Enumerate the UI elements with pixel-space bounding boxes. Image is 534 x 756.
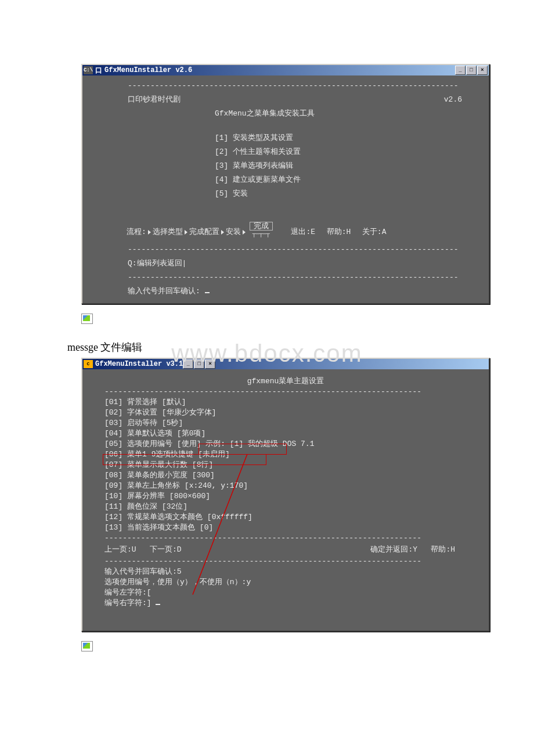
setting-item-13[interactable]: [13] 当前选择项文本颜色 [0] [104, 523, 478, 533]
subtitle: GfxMenu之菜单集成安装工具 [93, 107, 478, 121]
complete-box: 完成 [250, 222, 273, 231]
prompt-right-char[interactable]: 编号右字符:] [104, 598, 478, 609]
minimize-button[interactable]: _ [455, 66, 466, 75]
brand-text: 口印钞君时代剧 [128, 93, 181, 107]
titlebar-1[interactable]: C:\ 口 GfxMenuInstaller v2.6 _ □ × [82, 65, 489, 75]
chevron-right-icon [221, 230, 224, 235]
back-hint: Q:编辑列表返回| [93, 257, 478, 271]
window-gfx-v31: C GfxMenuInstaller v3.1 _ □ × ▲ ▼ gfxmen… [81, 358, 490, 632]
setting-item-02[interactable]: [02] 字体设置 [华康少女字体] [104, 408, 478, 418]
terminal-body-1: ----------------------------------------… [82, 75, 489, 303]
divider: ----------------------------------------… [93, 533, 478, 543]
menu-item-4[interactable]: [4] 建立或更新菜单文件 [93, 173, 478, 187]
close-button[interactable]: × [477, 66, 488, 75]
maximize-button[interactable]: □ [194, 359, 204, 369]
setting-item-04[interactable]: [04] 菜单默认选项 [第0项] [104, 429, 478, 439]
menu-item-2[interactable]: [2] 个性主题等相关设置 [93, 145, 478, 159]
cmd-icon: C:\ [84, 66, 93, 74]
image-placeholder-icon [81, 641, 93, 651]
prompt-left-char[interactable]: 编号左字符:[ [104, 588, 478, 598]
divider: ----------------------------------------… [93, 79, 478, 93]
heading-2: gfxmenu菜单主题设置 [93, 376, 478, 387]
minimize-button[interactable]: _ [183, 359, 193, 369]
setting-item-12[interactable]: [12] 常规菜单选项文本颜色 [0xffffff] [104, 512, 478, 523]
cursor-icon [156, 604, 160, 605]
window-gfx-v26: C:\ 口 GfxMenuInstaller v2.6 _ □ × ▲ ▼ --… [81, 64, 490, 304]
prompt-use-number[interactable]: 选项使用编号，使用（y），不使用（n）:y [104, 577, 478, 588]
setting-item-11[interactable]: [11] 颜色位深 [32位] [104, 502, 478, 512]
version-text: v2.6 [444, 93, 462, 107]
help-hint: 帮助:H [327, 225, 351, 239]
divider: ----------------------------------------… [93, 243, 478, 257]
annotation-box-2 [103, 454, 266, 465]
menu-item-1[interactable]: [1] 安装类型及其设置 [93, 131, 478, 145]
divider: ----------------------------------------… [93, 387, 478, 397]
maximize-button[interactable]: □ [466, 66, 477, 75]
annotation-box-1 [199, 444, 287, 455]
setting-item-01[interactable]: [01] 背景选择 [默认] [104, 397, 478, 408]
next-page-hint: 下一页:D [150, 545, 182, 554]
help-hint: 帮助:H [431, 545, 455, 554]
sandbox-icon: 口 [95, 66, 102, 75]
chevron-right-icon [148, 230, 151, 235]
titlebar-2[interactable]: C GfxMenuInstaller v3.1 _ □ × [82, 359, 489, 369]
prompt-input-code[interactable]: 输入代号并回车确认:5 [104, 567, 478, 577]
setting-item-10[interactable]: [10] 屏幕分辨率 [800×600] [104, 491, 478, 502]
close-button[interactable]: × [205, 359, 215, 369]
app-icon: C [84, 360, 93, 368]
chevron-right-icon [243, 230, 246, 235]
menu-item-5[interactable]: [5] 安装 [93, 187, 478, 201]
setting-item-03[interactable]: [03] 启动等待 [5秒] [104, 418, 478, 429]
setting-item-05[interactable]: [05] 选项使用编号 [使用] 示例: [1] 我的超级 DOS 7.1 [104, 439, 478, 449]
menu-item-3[interactable]: [3] 菜单选项列表编辑 [93, 159, 478, 173]
section-heading: messge 文件编辑 [67, 340, 534, 354]
prev-page-hint: 上一页:U [104, 545, 136, 554]
confirm-hint: 确定并返回:Y [370, 545, 417, 554]
cursor-icon [205, 292, 210, 293]
setting-item-09[interactable]: [09] 菜单左上角坐标 [x:240, y:170] [104, 481, 478, 491]
about-hint: 关于:A [362, 225, 387, 239]
window-title-2: GfxMenuInstaller v3.1 [95, 360, 183, 368]
chevron-right-icon [185, 230, 187, 235]
image-placeholder-icon [81, 314, 93, 324]
divider: ----------------------------------------… [93, 271, 478, 285]
setting-item-08[interactable]: [08] 菜单条的最小宽度 [300] [104, 470, 478, 481]
window-title-1: GfxMenuInstaller v2.6 [104, 66, 455, 74]
flow-row: 流程: 选择类型 完成配置 安装 完成 ┬─┬─┬ 退出:E 帮助:H 关于:A [93, 222, 478, 243]
input-prompt[interactable]: 输入代号并回车确认: [93, 285, 478, 298]
exit-hint: 退出:E [291, 225, 315, 239]
divider: ----------------------------------------… [93, 556, 478, 567]
terminal-body-2: gfxmenu菜单主题设置 --------------------------… [82, 369, 489, 631]
